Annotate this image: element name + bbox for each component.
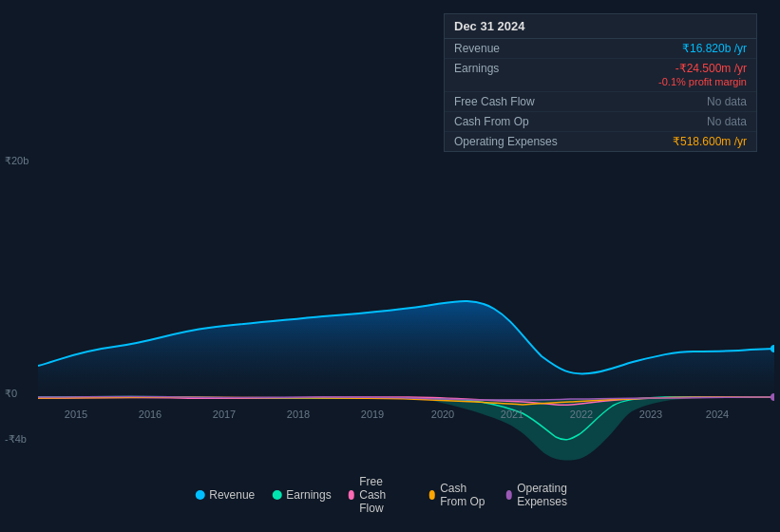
legend-item-cashfromop[interactable]: Cash From Op: [429, 482, 489, 508]
tooltip-row-opex: Operating Expenses ₹518.600m /yr: [445, 132, 756, 151]
x-label-2019: 2019: [361, 408, 384, 420]
legend-item-opex[interactable]: Operating Expenses: [506, 482, 585, 508]
tooltip-date: Dec 31 2024: [445, 14, 756, 39]
x-label-2017: 2017: [213, 408, 236, 420]
tooltip-label-fcf: Free Cash Flow: [454, 95, 559, 108]
chart-container: Dec 31 2024 Revenue ₹16.820b /yr Earning…: [0, 0, 780, 532]
tooltip-label-opex: Operating Expenses: [454, 135, 559, 148]
x-label-2021: 2021: [501, 408, 523, 420]
legend-label-opex: Operating Expenses: [517, 482, 585, 508]
y-label-20b: ₹20b: [5, 155, 29, 167]
x-label-2018: 2018: [287, 408, 310, 420]
x-label-2024: 2024: [706, 408, 729, 420]
legend-label-earnings: Earnings: [286, 488, 331, 502]
chart-legend: Revenue Earnings Free Cash Flow Cash Fro…: [195, 475, 585, 515]
tooltip-sub-earnings: -0.1% profit margin: [658, 76, 747, 87]
chart-svg: [38, 147, 774, 470]
tooltip-value-earnings: -₹24.500m /yr: [675, 62, 747, 75]
y-label-neg4b: -₹4b: [5, 433, 27, 446]
tooltip-value-opex: ₹518.600m /yr: [673, 135, 747, 148]
tooltip-row-fcf: Free Cash Flow No data: [445, 92, 756, 112]
tooltip-row-cashfromop: Cash From Op No data: [445, 112, 756, 132]
tooltip-value-fcf: No data: [707, 95, 747, 108]
legend-label-cashfromop: Cash From Op: [440, 482, 488, 508]
tooltip-row-revenue: Revenue ₹16.820b /yr: [445, 39, 756, 59]
tooltip-value-cashfromop: No data: [707, 115, 747, 128]
tooltip-row-earnings: Earnings -₹24.500m /yr -0.1% profit marg…: [445, 59, 756, 92]
y-label-0: ₹0: [5, 388, 17, 400]
x-label-2020: 2020: [431, 408, 454, 420]
x-label-2022: 2022: [570, 408, 593, 420]
tooltip-label-cashfromop: Cash From Op: [454, 115, 559, 128]
tooltip-box: Dec 31 2024 Revenue ₹16.820b /yr Earning…: [444, 13, 757, 152]
legend-dot-earnings: [272, 490, 281, 500]
tooltip-value-revenue: ₹16.820b /yr: [682, 42, 747, 55]
x-label-2015: 2015: [65, 408, 87, 420]
tooltip-label-revenue: Revenue: [454, 42, 559, 55]
legend-label-revenue: Revenue: [209, 488, 255, 502]
tooltip-label-earnings: Earnings: [454, 62, 559, 88]
legend-dot-opex: [506, 490, 513, 500]
legend-item-fcf[interactable]: Free Cash Flow: [349, 475, 412, 515]
legend-dot-cashfromop: [429, 490, 436, 500]
legend-dot-revenue: [195, 490, 204, 500]
legend-item-revenue[interactable]: Revenue: [195, 488, 255, 502]
legend-label-fcf: Free Cash Flow: [359, 475, 411, 515]
legend-item-earnings[interactable]: Earnings: [272, 488, 331, 502]
x-label-2016: 2016: [139, 408, 162, 420]
x-label-2023: 2023: [639, 408, 662, 420]
legend-dot-fcf: [349, 490, 355, 500]
